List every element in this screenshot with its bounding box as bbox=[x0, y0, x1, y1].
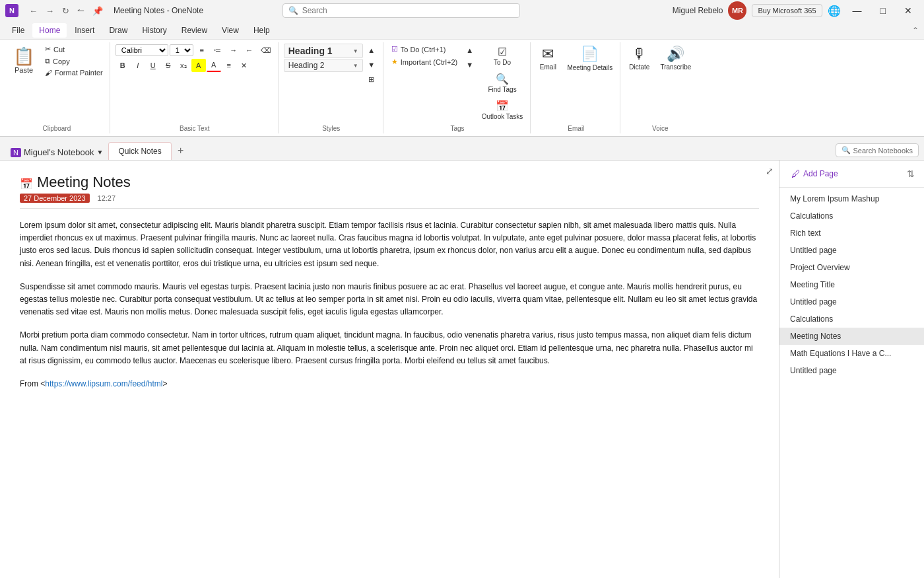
tags-group: ☑ To Do (Ctrl+1) ★ Important (Ctrl+2) ▲ … bbox=[385, 42, 531, 133]
page-item-rich-text[interactable]: Rich text bbox=[779, 225, 924, 242]
tags-actions: ☑ To Do 🔍 Find Tags 📅 Outlook Tasks bbox=[478, 44, 527, 122]
copy-button[interactable]: ⧉ Copy bbox=[42, 55, 106, 67]
avatar: MR bbox=[728, 1, 746, 20]
maximize-button[interactable]: □ bbox=[874, 3, 892, 18]
align-button[interactable]: ≡ bbox=[222, 59, 236, 72]
styles-scroll-up[interactable]: ▲ bbox=[364, 44, 379, 57]
menu-home[interactable]: Home bbox=[32, 23, 67, 38]
menu-insert[interactable]: Insert bbox=[68, 23, 101, 38]
styles-dropdown: Heading 1 ▼ Heading 2 ▼ bbox=[284, 44, 363, 72]
menu-help[interactable]: Help bbox=[247, 23, 277, 38]
page-item-my-lorem-ipsum[interactable]: My Lorem Ipsum Mashup bbox=[779, 190, 924, 207]
window-controls: ← → ↻ ↼ 📌 bbox=[26, 5, 106, 17]
page-item-calculations-1[interactable]: Calculations bbox=[779, 207, 924, 225]
indent-decrease-button[interactable]: ← bbox=[242, 44, 257, 57]
source-url[interactable]: https://www.lipsum.com/feed/html bbox=[45, 379, 162, 388]
list-bullets-button[interactable]: ≡ bbox=[195, 44, 209, 57]
expand-button[interactable]: ⤢ bbox=[766, 166, 774, 176]
subscript-button[interactable]: x₂ bbox=[176, 59, 191, 72]
search-input[interactable] bbox=[302, 6, 514, 15]
page-item-meeting-title[interactable]: Meeting Title bbox=[779, 276, 924, 293]
undo-button[interactable]: ↻ bbox=[59, 5, 72, 17]
search-bar[interactable]: 🔍 bbox=[282, 3, 520, 18]
tags-scroll: ▲ ▼ bbox=[463, 44, 477, 71]
page-item-untitled-2[interactable]: Untitled page bbox=[779, 293, 924, 310]
user-name: Miguel Rebelo bbox=[673, 6, 723, 15]
format-painter-icon: 🖌 bbox=[45, 69, 52, 77]
outlook-tasks-button[interactable]: 📅 Outlook Tasks bbox=[478, 98, 527, 122]
page-body[interactable]: Lorem ipsum dolor sit amet, consectetur … bbox=[20, 219, 759, 390]
menu-file[interactable]: File bbox=[5, 23, 31, 38]
paragraph-3: Morbi pretium porta diam commodo consect… bbox=[20, 329, 759, 367]
page-item-project-overview[interactable]: Project Overview bbox=[779, 259, 924, 276]
font-family-select[interactable]: Calibri bbox=[116, 44, 168, 56]
page-item-meeting-notes[interactable]: Meeting Notes bbox=[779, 328, 924, 345]
add-section-button[interactable]: + bbox=[173, 143, 189, 159]
page-header-row: 📅 Meeting Notes bbox=[20, 174, 759, 194]
menu-review[interactable]: Review bbox=[175, 23, 214, 38]
close-button[interactable]: ✕ bbox=[898, 3, 919, 18]
minimize-button[interactable]: — bbox=[846, 3, 869, 18]
notebook-selector[interactable]: N Miguel's Notebook ▼ bbox=[5, 145, 108, 160]
ribbon-collapse-button[interactable]: ⌃ bbox=[912, 26, 919, 35]
styles-scroll-down[interactable]: ▼ bbox=[364, 58, 379, 71]
todo-icon: ☑ bbox=[498, 46, 507, 58]
styles-expand[interactable]: ⊞ bbox=[364, 73, 379, 86]
add-page-button[interactable]: 🖊 Add Page bbox=[787, 166, 842, 182]
cut-button[interactable]: ✂ Cut bbox=[42, 44, 106, 55]
bold-button[interactable]: B bbox=[116, 59, 130, 72]
tags-label: Tags bbox=[389, 124, 527, 132]
page-item-calculations-2[interactable]: Calculations bbox=[779, 310, 924, 328]
quick-notes-tab[interactable]: Quick Notes bbox=[108, 142, 171, 160]
page-title: Meeting Notes bbox=[37, 174, 131, 191]
right-panel-header: 🖊 Add Page ⇅ bbox=[779, 161, 924, 188]
to-do-button[interactable]: ☑ To Do bbox=[489, 44, 515, 68]
clear-button[interactable]: ✕ bbox=[237, 59, 251, 72]
back-button[interactable]: ← bbox=[26, 5, 40, 17]
tags-scroll-up[interactable]: ▲ bbox=[463, 44, 477, 57]
clear-format-button[interactable]: ⌫ bbox=[258, 44, 274, 57]
strikethrough-button[interactable]: S bbox=[161, 59, 176, 72]
add-page-icon: 🖊 bbox=[791, 168, 801, 179]
dictate-button[interactable]: 🎙 Dictate bbox=[626, 44, 653, 73]
email-group: ✉ Email 📄 Meeting Details Email bbox=[532, 42, 620, 133]
format-painter-button[interactable]: 🖌 Format Painter bbox=[42, 67, 106, 78]
redo-button[interactable]: ↼ bbox=[75, 5, 87, 17]
meeting-page-button[interactable]: 📄 Meeting Details bbox=[564, 44, 616, 74]
pin-button[interactable]: 📌 bbox=[90, 5, 106, 17]
sort-button[interactable]: ⇅ bbox=[906, 167, 916, 180]
title-bar: N ← → ↻ ↼ 📌 Meeting Notes - OneNote 🔍 Mi… bbox=[0, 0, 924, 21]
page-item-math-equations[interactable]: Math Equations I Have a C... bbox=[779, 345, 924, 362]
page-item-untitled-3[interactable]: Untitled page bbox=[779, 362, 924, 379]
find-tags-button[interactable]: 🔍 Find Tags bbox=[484, 71, 519, 95]
email-button[interactable]: ✉ Email bbox=[536, 44, 560, 73]
outlook-icon: 📅 bbox=[496, 100, 509, 112]
menu-draw[interactable]: Draw bbox=[102, 23, 134, 38]
italic-button[interactable]: I bbox=[131, 59, 145, 72]
page-item-untitled-1[interactable]: Untitled page bbox=[779, 242, 924, 259]
tags-scroll-down[interactable]: ▼ bbox=[463, 58, 477, 71]
font-color-button[interactable]: A bbox=[207, 59, 221, 72]
menu-history[interactable]: History bbox=[135, 23, 173, 38]
indent-increase-button[interactable]: → bbox=[226, 44, 241, 57]
heading2-button[interactable]: Heading 2 ▼ bbox=[284, 59, 363, 72]
font-size-select[interactable]: 10 bbox=[170, 44, 193, 56]
app-logo: N bbox=[5, 4, 18, 17]
heading1-button[interactable]: Heading 1 ▼ bbox=[284, 44, 363, 58]
important-tag-button[interactable]: ★ Important (Ctrl+2) bbox=[389, 56, 461, 67]
copy-icon: ⧉ bbox=[45, 57, 50, 65]
transcribe-button[interactable]: 🔊 Transcribe bbox=[657, 44, 694, 73]
right-panel: 🖊 Add Page ⇅ My Lorem Ipsum Mashup Calcu… bbox=[779, 161, 924, 578]
highlight-button[interactable]: A bbox=[191, 59, 206, 72]
chevron-down-icon: ▼ bbox=[97, 149, 104, 156]
underline-button[interactable]: U bbox=[146, 59, 160, 72]
todo-tag-button[interactable]: ☑ To Do (Ctrl+1) bbox=[389, 44, 461, 55]
app-title: Meeting Notes - OneNote bbox=[114, 6, 203, 15]
forward-button[interactable]: → bbox=[43, 5, 57, 17]
list-numbers-button[interactable]: ≔ bbox=[211, 44, 225, 57]
buy-ms-button[interactable]: Buy Microsoft 365 bbox=[752, 4, 822, 17]
page-date: 27 December 2023 bbox=[20, 194, 90, 203]
menu-view[interactable]: View bbox=[215, 23, 246, 38]
search-notebooks[interactable]: 🔍 Search Notebooks bbox=[836, 143, 919, 157]
paste-button[interactable]: 📋 Paste bbox=[8, 45, 40, 77]
